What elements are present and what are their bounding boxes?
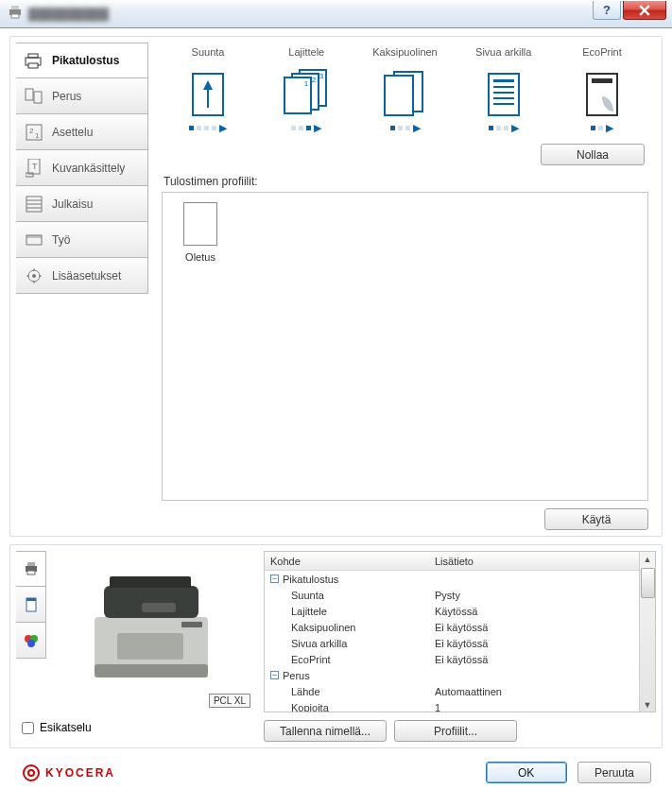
tab-label: Kuvankäsittely [52, 162, 125, 175]
help-button[interactable]: ? [593, 1, 621, 20]
profile-item[interactable]: Oletus [172, 202, 229, 263]
printer-icon [8, 6, 23, 22]
option-stepper-icon: ▶ [390, 122, 421, 134]
profiles-section-label: Tulostimen profiilit: [164, 175, 648, 188]
svg-rect-26 [26, 598, 36, 601]
quick-options-row: Suunta ▶ Lajittele 321 ▶ [162, 46, 648, 134]
svg-rect-6 [26, 89, 33, 100]
summary-header: Kohde Lisätieto [265, 552, 639, 571]
svg-rect-34 [142, 603, 176, 612]
page-icon [26, 597, 37, 612]
svg-text:2: 2 [29, 127, 34, 135]
profile-thumbnail-icon [183, 202, 217, 246]
settings-summary-table[interactable]: Kohde Lisätieto −PikatulostusSuuntaPysty… [264, 551, 656, 712]
orientation-icon [184, 63, 232, 116]
svg-rect-1 [11, 6, 19, 9]
basic-icon [24, 86, 44, 107]
svg-point-29 [27, 640, 35, 647]
svg-rect-2 [11, 14, 19, 18]
publishing-icon [24, 194, 44, 214]
side-tabs: Pikatulostus Perus 21 Asettelu T Kuvankä… [16, 43, 148, 530]
advanced-icon [24, 266, 44, 286]
svg-rect-31 [95, 664, 208, 678]
tab-lisaasetukset[interactable]: Lisäasetukset [16, 258, 148, 294]
cancel-button[interactable]: Peruuta [577, 762, 651, 783]
scroll-down-icon[interactable]: ▼ [641, 697, 655, 712]
svg-rect-24 [27, 571, 35, 575]
tab-perus[interactable]: Perus [16, 78, 148, 114]
collate-icon: 321 [283, 63, 330, 116]
preview-and-summary-panel: PCL XL Esikatselu Kohde Lisätieto −Pikat… [9, 544, 663, 748]
tab-pikatulostus[interactable]: Pikatulostus [16, 43, 148, 78]
svg-rect-23 [27, 562, 35, 566]
svg-rect-5 [28, 63, 38, 68]
scroll-thumb[interactable] [641, 568, 655, 598]
preview-tab-color[interactable] [16, 623, 46, 659]
svg-point-21 [32, 274, 36, 278]
summary-row-value: Ei käytössä [435, 654, 639, 665]
summary-row-value: Pysty [435, 590, 639, 601]
pages-per-sheet-icon [480, 63, 527, 116]
quick-option-ecoprint[interactable]: EcoPrint ▶ [561, 46, 643, 134]
apply-button[interactable]: Käytä [544, 508, 648, 530]
option-stepper-icon: ▶ [489, 122, 519, 134]
preview-tab-printer[interactable] [16, 551, 46, 587]
window-title: ██████████ [28, 8, 109, 21]
preview-tab-page[interactable] [16, 587, 46, 623]
duplex-icon [382, 63, 429, 116]
svg-rect-32 [104, 586, 198, 618]
tab-kuvankasittely[interactable]: T Kuvankäsittely [16, 150, 148, 186]
summary-row: EcoPrintEi käytössä [265, 651, 639, 667]
collapse-icon[interactable]: − [270, 671, 279, 679]
printer-device-icon [24, 561, 39, 576]
collapse-icon[interactable]: − [270, 575, 279, 583]
tab-label: Työ [52, 233, 70, 247]
summary-row-label: EcoPrint [291, 654, 331, 665]
quick-option-duplex[interactable]: Kaksipuolinen ▶ [365, 46, 446, 134]
quick-option-orientation[interactable]: Suunta ▶ [167, 46, 249, 134]
summary-row: KaksipuolinenEi käytössä [265, 619, 639, 635]
tab-asettelu[interactable]: 21 Asettelu [16, 114, 148, 150]
summary-group-row[interactable]: −Perus [265, 667, 639, 683]
summary-row-label: Lähde [291, 686, 320, 697]
save-as-button[interactable]: Tallenna nimellä... [264, 720, 387, 742]
profiles-list[interactable]: Oletus [162, 192, 648, 501]
quick-label: Suunta [192, 46, 225, 58]
brand-mark-icon [23, 764, 40, 781]
dialog-footer: KYOCERA OK Peruuta [9, 756, 663, 783]
ok-button[interactable]: OK [486, 762, 567, 783]
option-stepper-icon: ▶ [591, 122, 613, 134]
reset-button[interactable]: Nollaa [541, 144, 645, 165]
summary-row-label: Sivua arkilla [291, 638, 347, 649]
profiles-button[interactable]: Profiilit... [394, 720, 517, 742]
close-icon [639, 5, 650, 16]
quick-label: Kaksipuolinen [372, 46, 438, 58]
preview-checkbox-row[interactable]: Esikatselu [16, 712, 254, 734]
quick-label: EcoPrint [582, 46, 622, 58]
quick-option-collate[interactable]: Lajittele 321 ▶ [266, 46, 347, 134]
svg-rect-4 [28, 54, 38, 58]
summary-row-label: Lajittele [291, 606, 327, 617]
profile-name: Oletus [185, 251, 215, 263]
brand-logo: KYOCERA [23, 764, 115, 781]
layout-icon: 21 [24, 122, 44, 143]
tab-tyo[interactable]: Työ [16, 222, 148, 258]
close-button[interactable] [623, 1, 666, 20]
brand-text: KYOCERA [45, 766, 115, 780]
preview-checkbox[interactable] [22, 722, 34, 734]
summary-row-value: Ei käytössä [435, 622, 639, 633]
svg-rect-36 [181, 622, 202, 627]
quick-option-nup[interactable]: Sivua arkilla ▶ [463, 46, 544, 134]
tab-label: Lisäasetukset [52, 269, 121, 283]
summary-row-value: Käytössä [435, 606, 639, 617]
summary-group-row[interactable]: −Pikatulostus [265, 571, 639, 587]
summary-row: LajitteleKäytössä [265, 603, 639, 619]
summary-row-label: Suunta [291, 590, 324, 601]
color-icon [24, 633, 39, 648]
summary-row-value: 1 [435, 702, 639, 712]
summary-scrollbar[interactable]: ▲ ▼ [639, 552, 655, 712]
summary-row: LähdeAutomaattinen [265, 683, 639, 699]
scroll-up-icon[interactable]: ▲ [641, 552, 655, 566]
option-stepper-icon: ▶ [189, 122, 227, 134]
tab-julkaisu[interactable]: Julkaisu [16, 186, 148, 222]
